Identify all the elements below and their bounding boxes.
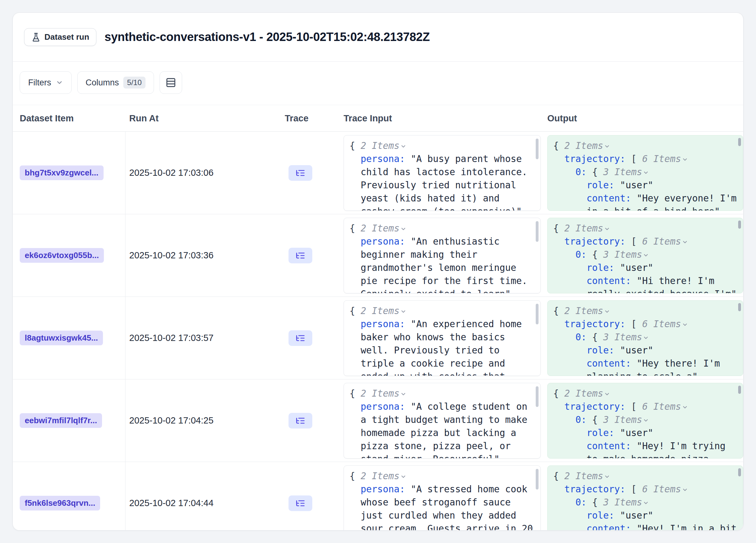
table-row: eebwi7mfil7lqlf7r... 2025-10-02 17:04:25… bbox=[13, 379, 743, 462]
json-persona-entry: persona: "A stressed home cook whose bee… bbox=[350, 483, 535, 531]
output-json-viewer[interactable]: { 2 Items trajectory: [ 6 Items 0: { 3 I… bbox=[547, 383, 743, 458]
items-count-toggle[interactable]: 2 Items bbox=[361, 388, 400, 399]
column-header-output: Output bbox=[547, 113, 743, 124]
items-count-toggle[interactable]: 2 Items bbox=[361, 223, 400, 234]
scrollbar-thumb[interactable] bbox=[536, 139, 539, 159]
column-header-dataset-item: Dataset Item bbox=[13, 113, 125, 124]
json-index-entry: 0: { 3 Items bbox=[553, 166, 737, 179]
scrollbar-thumb[interactable] bbox=[536, 386, 539, 407]
items-count-toggle[interactable]: 3 Items bbox=[603, 249, 642, 260]
json-content-entry: content: "Hey! I'm trying to make homema… bbox=[553, 439, 737, 458]
trace-input-json-viewer[interactable]: { 2 Items persona: "A busy parent whose … bbox=[344, 135, 541, 211]
scrollbar-thumb[interactable] bbox=[536, 469, 539, 489]
scrollbar-thumb[interactable] bbox=[536, 304, 539, 324]
output-json-viewer[interactable]: { 2 Items trajectory: [ 6 Items 0: { 3 I… bbox=[547, 135, 743, 211]
json-role-entry: role: "user" bbox=[553, 261, 737, 274]
json-root-line: { 2 Items bbox=[350, 304, 535, 317]
json-root-line: { 2 Items bbox=[350, 469, 535, 483]
trace-button[interactable] bbox=[289, 495, 312, 511]
trace-input-json-viewer[interactable]: { 2 Items persona: "A stressed home cook… bbox=[344, 465, 541, 531]
items-count-toggle[interactable]: 6 Items bbox=[642, 236, 681, 247]
items-count-toggle[interactable]: 2 Items bbox=[564, 471, 603, 481]
filters-button[interactable]: Filters bbox=[20, 71, 72, 94]
json-trajectory-entry: trajectory: [ 6 Items bbox=[553, 400, 737, 413]
items-count-toggle[interactable]: 3 Items bbox=[603, 332, 642, 342]
chevron-down-icon bbox=[643, 335, 649, 341]
columns-button[interactable]: Columns 5/10 bbox=[77, 71, 154, 94]
page-title: synthetic-conversations-v1 - 2025-10-02T… bbox=[105, 30, 430, 44]
dataset-item-cell: bhg7t5xv9zgwcel... bbox=[13, 132, 125, 214]
trace-button[interactable] bbox=[289, 413, 312, 428]
scrollbar-thumb[interactable] bbox=[738, 303, 741, 311]
output-json-viewer[interactable]: { 2 Items trajectory: [ 6 Items 0: { 3 I… bbox=[547, 218, 743, 293]
items-count-toggle[interactable]: 3 Items bbox=[603, 414, 642, 425]
items-count-toggle[interactable]: 6 Items bbox=[642, 484, 681, 494]
scrollbar-thumb[interactable] bbox=[738, 386, 741, 394]
column-header-run-at: Run At bbox=[125, 113, 281, 124]
flask-icon bbox=[31, 33, 41, 42]
scrollbar-thumb[interactable] bbox=[738, 221, 741, 229]
json-role-entry: role: "user" bbox=[553, 344, 737, 357]
trace-button[interactable] bbox=[289, 330, 312, 346]
trace-input-json-viewer[interactable]: { 2 Items persona: "A college student on… bbox=[344, 383, 541, 458]
dataset-item-badge[interactable]: l8agtuwxisgwk45... bbox=[20, 330, 103, 345]
json-root-line: { 2 Items bbox=[553, 469, 737, 483]
card-header: Dataset run synthetic-conversations-v1 -… bbox=[13, 13, 743, 62]
dataset-item-badge[interactable]: bhg7t5xv9zgwcel... bbox=[20, 166, 104, 180]
items-count-toggle[interactable]: 2 Items bbox=[361, 141, 400, 151]
table-row: l8agtuwxisgwk45... 2025-10-02 17:03:57 {… bbox=[13, 297, 743, 379]
json-role-entry: role: "user" bbox=[553, 179, 737, 192]
chevron-down-icon bbox=[400, 308, 406, 315]
dataset-item-badge[interactable]: ek6oz6vtoxg055b... bbox=[20, 248, 104, 263]
items-count-toggle[interactable]: 2 Items bbox=[564, 141, 603, 151]
items-count-toggle[interactable]: 3 Items bbox=[603, 167, 642, 177]
items-count-toggle[interactable]: 2 Items bbox=[564, 388, 603, 399]
json-persona-entry: persona: "A busy parent whose child has … bbox=[350, 152, 535, 211]
scrollbar-thumb[interactable] bbox=[738, 138, 741, 146]
trace-tree-icon bbox=[295, 251, 305, 261]
items-count-toggle[interactable]: 2 Items bbox=[564, 305, 603, 316]
trace-input-cell: { 2 Items persona: "An experienced home … bbox=[344, 297, 547, 379]
scrollbar-thumb[interactable] bbox=[536, 221, 539, 242]
table-row: bhg7t5xv9zgwcel... 2025-10-02 17:03:06 {… bbox=[13, 132, 743, 214]
json-trajectory-entry: trajectory: [ 6 Items bbox=[553, 152, 737, 166]
scrollbar-thumb[interactable] bbox=[738, 468, 741, 476]
items-count-toggle[interactable]: 6 Items bbox=[642, 319, 681, 329]
dataset-run-badge: Dataset run bbox=[24, 28, 96, 46]
chevron-down-icon bbox=[682, 156, 688, 163]
dataset-item-badge[interactable]: eebwi7mfil7lqlf7r... bbox=[20, 413, 102, 428]
trace-tree-icon bbox=[295, 333, 305, 343]
chevron-down-icon bbox=[643, 500, 649, 506]
trace-input-cell: { 2 Items persona: "A stressed home cook… bbox=[344, 462, 547, 530]
items-count-toggle[interactable]: 2 Items bbox=[361, 305, 400, 316]
items-count-toggle[interactable]: 6 Items bbox=[642, 154, 681, 164]
table-body: bhg7t5xv9zgwcel... 2025-10-02 17:03:06 {… bbox=[13, 132, 743, 530]
output-cell: { 2 Items trajectory: [ 6 Items 0: { 3 I… bbox=[547, 297, 743, 379]
output-json-viewer[interactable]: { 2 Items trajectory: [ 6 Items 0: { 3 I… bbox=[547, 300, 743, 376]
items-count-toggle[interactable]: 2 Items bbox=[361, 471, 400, 481]
run-at-cell: 2025-10-02 17:03:06 bbox=[125, 132, 281, 214]
column-header-trace-input: Trace Input bbox=[344, 113, 547, 124]
json-index-entry: 0: { 3 Items bbox=[553, 330, 737, 344]
output-json-viewer[interactable]: { 2 Items trajectory: [ 6 Items 0: { 3 I… bbox=[547, 465, 743, 531]
trace-input-json-viewer[interactable]: { 2 Items persona: "An enthusiastic begi… bbox=[344, 218, 541, 293]
items-count-toggle[interactable]: 2 Items bbox=[564, 223, 603, 234]
trace-button[interactable] bbox=[289, 248, 312, 264]
items-count-toggle[interactable]: 6 Items bbox=[642, 401, 681, 412]
json-role-entry: role: "user" bbox=[553, 509, 737, 522]
dataset-item-cell: ek6oz6vtoxg055b... bbox=[13, 214, 125, 296]
chevron-down-icon bbox=[604, 143, 610, 150]
dataset-item-badge[interactable]: f5nk6lse963qrvn... bbox=[20, 496, 100, 510]
trace-cell bbox=[281, 132, 344, 214]
trace-tree-icon bbox=[295, 498, 305, 508]
trace-input-json-viewer[interactable]: { 2 Items persona: "An experienced home … bbox=[344, 300, 541, 376]
trace-input-cell: { 2 Items persona: "A college student on… bbox=[344, 379, 547, 462]
chevron-down-icon bbox=[643, 170, 649, 176]
trace-button[interactable] bbox=[289, 165, 312, 181]
items-count-toggle[interactable]: 3 Items bbox=[603, 497, 642, 508]
run-at-value: 2025-10-02 17:03:06 bbox=[129, 168, 213, 178]
toolbar: Filters Columns 5/10 bbox=[13, 62, 743, 105]
row-height-button[interactable] bbox=[160, 71, 182, 94]
json-root-line: { 2 Items bbox=[553, 387, 737, 400]
chevron-down-icon bbox=[400, 391, 406, 397]
